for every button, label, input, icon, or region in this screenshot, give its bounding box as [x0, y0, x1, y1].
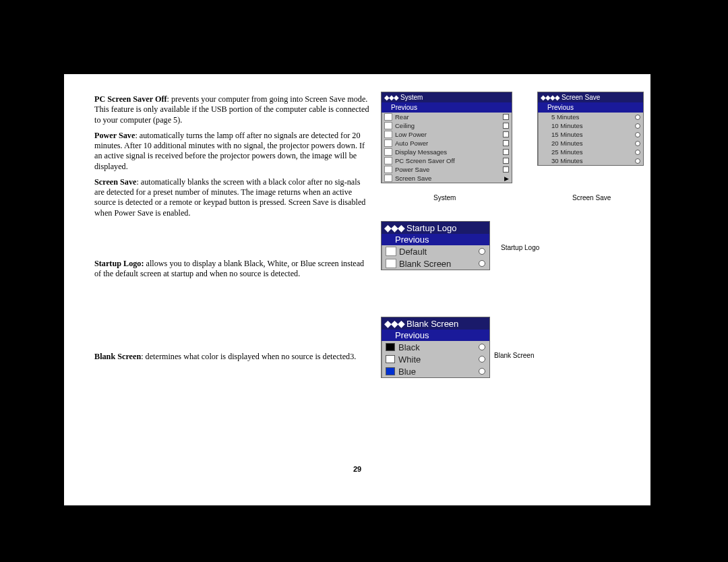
- diamond-icon: ◆◆◆: [384, 94, 398, 101]
- menu-previous[interactable]: Previous: [382, 102, 512, 113]
- menu-item[interactable]: 15 Minutes: [538, 130, 643, 139]
- caption-blank: Blank Screen: [494, 352, 534, 359]
- radio[interactable]: [635, 158, 640, 164]
- radio[interactable]: [635, 141, 640, 146]
- menu-item[interactable]: Blue: [382, 365, 489, 377]
- item-icon: [384, 166, 392, 173]
- caption-system: System: [433, 194, 456, 201]
- para-pc-screensaver: PC Screen Saver Off: prevents your compu…: [94, 94, 371, 125]
- item-label: 15 Minutes: [551, 131, 635, 138]
- item-label: 25 Minutes: [551, 148, 635, 156]
- menu-title: ◆◆◆ Startup Logo: [382, 222, 489, 234]
- radio[interactable]: [635, 150, 640, 155]
- caption-startup: Startup Logo: [501, 244, 539, 251]
- page-number: 29: [353, 465, 361, 473]
- menu-item[interactable]: Display Messages: [382, 148, 512, 156]
- menu-item[interactable]: 20 Minutes: [538, 139, 643, 148]
- menu-item[interactable]: Power Save: [382, 165, 512, 174]
- manual-page: PC Screen Saver Off: prevents your compu…: [64, 74, 650, 505]
- menu-item[interactable]: Screen Save▶: [382, 174, 512, 183]
- item-label: PC Screen Saver Off: [395, 157, 503, 164]
- menu-item[interactable]: Blank Screen: [382, 257, 489, 270]
- logo-icon: [386, 247, 396, 256]
- item-label: Ceiling: [395, 122, 503, 129]
- menu-item[interactable]: Black: [382, 341, 489, 353]
- item-icon: [384, 139, 392, 147]
- para-power-save: Power Save: automatically turns the lamp…: [94, 131, 371, 172]
- color-swatch: [386, 355, 395, 363]
- item-label: 20 Minutes: [551, 139, 635, 147]
- menu-item[interactable]: 10 Minutes: [538, 121, 643, 130]
- menu-item[interactable]: 30 Minutes: [538, 156, 643, 165]
- menu-item[interactable]: Ceiling: [382, 121, 512, 130]
- item-label: Low Power: [395, 131, 503, 138]
- color-swatch: [386, 343, 395, 351]
- radio[interactable]: [479, 368, 485, 375]
- menu-blank: ◆◆◆ Blank Screen Previous BlackWhiteBlue: [381, 317, 490, 378]
- menu-title: ◆◆◆ System: [382, 92, 512, 102]
- menu-item[interactable]: PC Screen Saver Off: [382, 156, 512, 165]
- figure-column: ◆◆◆ System Previous RearCeilingLow Power…: [381, 94, 630, 368]
- menu-item[interactable]: Auto Power: [382, 139, 512, 148]
- menu-previous[interactable]: Previous: [382, 330, 489, 341]
- item-icon: [384, 131, 392, 138]
- item-label: Black: [398, 342, 479, 352]
- item-label: White: [398, 354, 479, 365]
- menu-startup: ◆◆◆ Startup Logo Previous DefaultBlank S…: [381, 221, 490, 270]
- menu-title: ◆◆◆ Blank Screen: [382, 317, 489, 330]
- menu-previous[interactable]: Previous: [538, 102, 643, 113]
- item-label: Rear: [395, 113, 503, 121]
- checkbox[interactable]: [503, 166, 509, 173]
- item-label: 10 Minutes: [551, 122, 635, 129]
- item-label: Default: [399, 247, 479, 257]
- diamond-icon: ◆◆◆: [384, 318, 404, 329]
- item-label: Display Messages: [395, 148, 503, 156]
- checkbox[interactable]: [503, 123, 509, 129]
- radio[interactable]: [635, 123, 640, 129]
- menu-title-text: Blank Screen: [406, 319, 458, 329]
- item-icon: [384, 157, 392, 164]
- menu-item[interactable]: White: [382, 353, 489, 365]
- item-label: Blue: [398, 367, 479, 377]
- para-startup-logo: Startup Logo: allows you to display a bl…: [94, 259, 371, 280]
- menu-previous[interactable]: Previous: [382, 234, 489, 245]
- caption-screensave: Screen Save: [572, 194, 611, 201]
- item-label: Power Save: [395, 166, 503, 173]
- menu-item[interactable]: 25 Minutes: [538, 148, 643, 156]
- text-column: PC Screen Saver Off: prevents your compu…: [94, 94, 371, 368]
- menu-item[interactable]: Default: [382, 245, 489, 257]
- item-label: 30 Minutes: [551, 157, 635, 164]
- menu-item[interactable]: Rear: [382, 113, 512, 121]
- menu-title-text: System: [400, 94, 423, 101]
- menu-item[interactable]: Low Power: [382, 130, 512, 139]
- checkbox[interactable]: [503, 149, 509, 155]
- diamond-icon: ◆◆◆◆: [541, 94, 559, 101]
- item-label: Screen Save: [395, 175, 504, 182]
- checkbox[interactable]: [503, 158, 509, 164]
- item-label: Auto Power: [395, 139, 503, 147]
- item-label: Blank Screen: [399, 259, 479, 269]
- radio[interactable]: [479, 356, 485, 363]
- checkbox[interactable]: [503, 114, 509, 120]
- item-icon: [384, 175, 392, 182]
- menu-title: ◆◆◆◆ Screen Save: [538, 92, 643, 102]
- para-blank-screen: Blank Screen: determines what color is d…: [94, 352, 371, 362]
- checkbox[interactable]: [503, 131, 509, 137]
- radio[interactable]: [479, 344, 485, 350]
- color-swatch: [386, 367, 395, 375]
- para-screen-save: Screen Save: automatically blanks the sc…: [94, 177, 371, 218]
- item-icon: [384, 122, 392, 129]
- menu-title-text: Screen Save: [562, 94, 600, 101]
- radio[interactable]: [479, 260, 485, 267]
- menu-item[interactable]: 5 Minutes: [538, 113, 643, 121]
- rect-icon: [386, 259, 396, 268]
- checkbox[interactable]: [503, 140, 509, 146]
- menu-system: ◆◆◆ System Previous RearCeilingLow Power…: [381, 92, 512, 183]
- arrow-icon[interactable]: ▶: [504, 175, 509, 182]
- menu-title-text: Startup Logo: [406, 223, 456, 233]
- item-label: 5 Minutes: [551, 113, 635, 121]
- menu-screensave: ◆◆◆◆ Screen Save Previous 5 Minutes10 Mi…: [537, 92, 644, 166]
- radio[interactable]: [635, 115, 640, 120]
- radio[interactable]: [635, 132, 640, 137]
- radio[interactable]: [479, 248, 485, 255]
